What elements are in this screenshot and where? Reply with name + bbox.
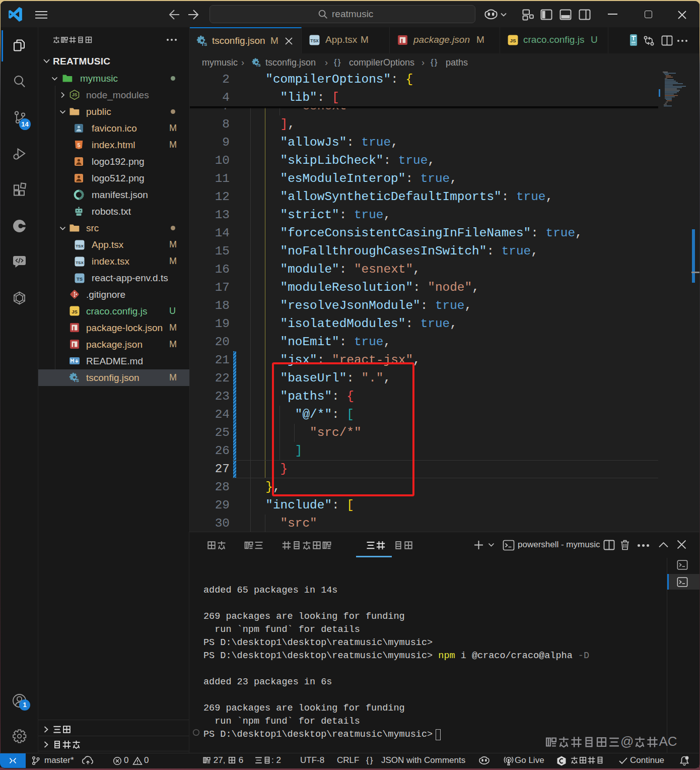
svg-text:JS: JS	[72, 308, 78, 314]
svg-text:5: 5	[77, 142, 80, 148]
svg-text:TSX: TSX	[76, 260, 84, 265]
svg-text:TS: TS	[77, 276, 83, 281]
svg-text:TSX: TSX	[310, 38, 319, 43]
svg-text:TS: TS	[201, 42, 207, 47]
svg-text:JS: JS	[510, 38, 516, 43]
svg-text:JS: JS	[72, 92, 78, 97]
svg-text:TS: TS	[256, 63, 261, 68]
svg-text:TSX: TSX	[76, 243, 84, 248]
svg-text:TS: TS	[74, 378, 79, 383]
